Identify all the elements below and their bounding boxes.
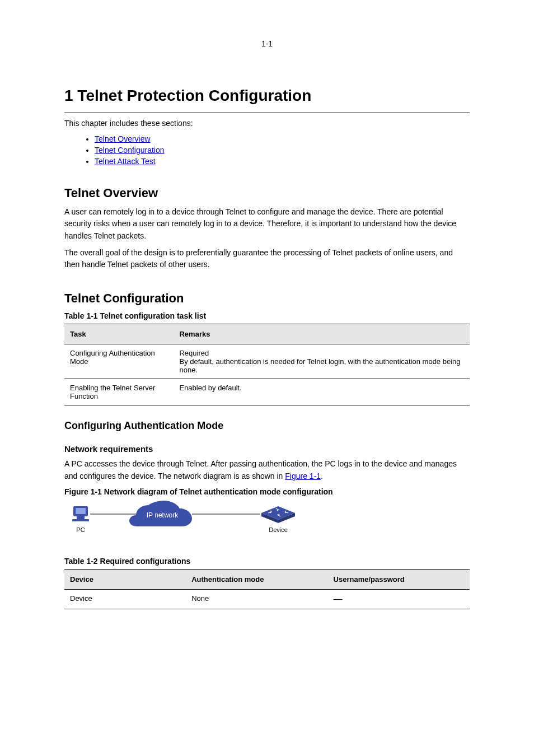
- req-text-pre: A PC accesses the device through Telnet.…: [64, 459, 457, 480]
- pc-label: PC: [76, 526, 85, 533]
- authmode-cell: None: [186, 589, 327, 609]
- device-icon: [261, 506, 295, 523]
- table-1-2-caption: Table 1-2 Required configurations: [64, 557, 470, 566]
- remarks-cell: Required By default, authentication is n…: [174, 344, 470, 379]
- section-config-heading: Telnet Configuration: [64, 291, 470, 306]
- req-text-post: .: [321, 472, 323, 480]
- ip-network-label: IP network: [147, 511, 179, 519]
- device-header: Device: [64, 569, 186, 589]
- task-header: Task: [64, 324, 174, 344]
- remarks-header: Remarks: [174, 324, 470, 344]
- remarks-cell: Enabled by default.: [174, 379, 470, 405]
- authmode-header: Authentication mode: [186, 569, 327, 589]
- table-row: Enabling the Telnet Server Function Enab…: [64, 379, 470, 405]
- remarks-line: By default, authentication is needed for…: [179, 357, 464, 374]
- overview-para-1: A user can remotely log in to a device t…: [64, 206, 470, 242]
- intro-text: This chapter includes these sections:: [64, 118, 470, 130]
- task-cell: Configuring Authentication Mode: [64, 344, 174, 379]
- network-requirements-heading: Network requirements: [64, 444, 470, 454]
- network-diagram-svg: PC IP network Device: [64, 498, 311, 549]
- remarks-line: Required: [179, 349, 464, 357]
- table-row: Device None —: [64, 589, 470, 609]
- toc-link-overview[interactable]: Telnet Overview: [95, 134, 151, 143]
- requirements-paragraph: A PC accesses the device through Telnet.…: [64, 458, 470, 482]
- toc-item: Telnet Overview: [95, 134, 470, 143]
- toc-link-test[interactable]: Telnet Attack Test: [95, 157, 156, 166]
- network-diagram-figure: PC IP network Device: [64, 498, 311, 551]
- creds-header: Username/password: [328, 569, 470, 589]
- table-row: Configuring Authentication Mode Required…: [64, 344, 470, 379]
- creds-cell: —: [328, 589, 470, 609]
- toc-item: Telnet Configuration: [95, 146, 470, 155]
- config-auth-heading: Configuring Authentication Mode: [64, 420, 470, 432]
- device-label: Device: [269, 526, 288, 533]
- section-overview-heading: Telnet Overview: [64, 186, 470, 200]
- settings-table: Device Authentication mode Username/pass…: [64, 569, 470, 609]
- toc-list: Telnet Overview Telnet Configuration Tel…: [95, 134, 470, 166]
- task-cell: Enabling the Telnet Server Function: [64, 379, 174, 405]
- svg-rect-1: [76, 508, 86, 514]
- task-table: Task Remarks Configuring Authentication …: [64, 324, 470, 405]
- overview-para-2: The overall goal of the design is to pre…: [64, 247, 470, 271]
- figure-link[interactable]: Figure 1-1: [285, 472, 321, 480]
- chapter-title: 1 Telnet Protection Configuration: [64, 0, 470, 113]
- page-number: 1-1: [261, 39, 273, 48]
- device-cell: Device: [64, 589, 186, 609]
- table-1-1-caption: Table 1-1 Telnet configuration task list: [64, 311, 470, 320]
- svg-rect-3: [72, 519, 89, 521]
- pc-icon: [72, 506, 89, 521]
- toc-link-config[interactable]: Telnet Configuration: [95, 146, 165, 155]
- svg-rect-2: [77, 516, 85, 519]
- figure-1-1-caption: Figure 1-1 Network diagram of Telnet aut…: [64, 487, 470, 496]
- page: 1-1 1 Telnet Protection Configuration Th…: [0, 0, 534, 756]
- toc-item: Telnet Attack Test: [95, 157, 470, 166]
- table-header-row: Task Remarks: [64, 324, 470, 344]
- table-header-row: Device Authentication mode Username/pass…: [64, 569, 470, 589]
